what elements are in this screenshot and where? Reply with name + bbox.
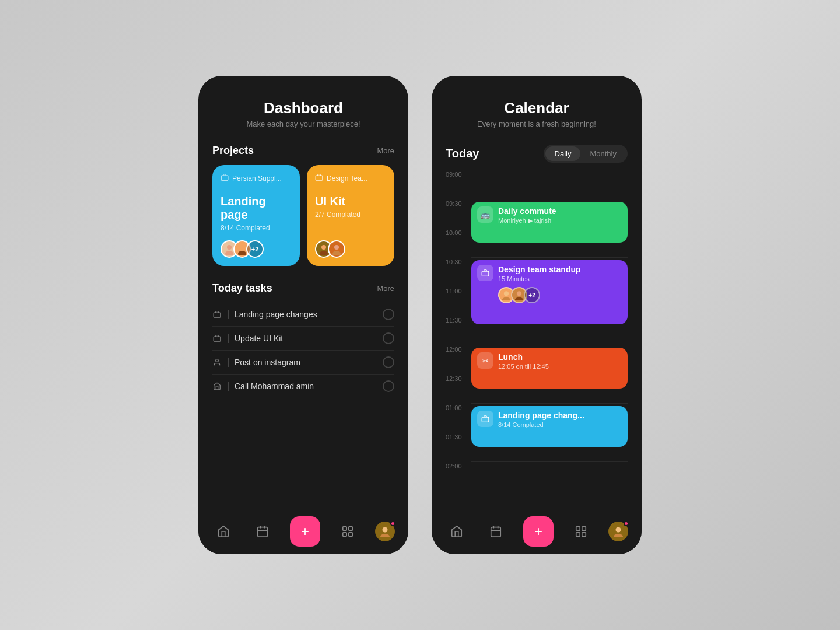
cal-nav-profile-notification-dot [624,521,629,526]
svg-point-27 [515,298,523,300]
commute-subtitle: Moniriyeh ▶ tajrish [498,217,622,225]
svg-rect-11 [214,337,220,341]
lunch-details: Lunch 12:05 on till 12:45 [498,352,622,370]
lunch-icon: ✂ [477,352,494,369]
cal-nav-add-button[interactable]: + [523,516,554,547]
calendar-title: Calendar [446,99,628,117]
nav-profile-notification-dot [390,521,396,526]
time-1200: 12:00 [446,345,469,374]
cal-nav-home-icon[interactable] [445,520,468,543]
svg-rect-36 [582,532,586,536]
time-0900: 09:00 [446,170,469,199]
avatar-count-1: +2 [246,240,264,258]
nav-grid-icon[interactable] [336,520,359,543]
project-card-landing[interactable]: Persian Suppl... Landing page 8/14 Compl… [212,165,300,266]
svg-rect-17 [343,526,346,530]
landing-subtitle: 8/14 Complated [498,421,622,428]
task-item-4[interactable]: Call Mohammad amin [212,374,394,398]
tasks-header: Today tasks More [212,282,394,295]
event-standup[interactable]: Design team standup 15 Minutes +2 [471,260,628,324]
cal-nav-grid-icon[interactable] [569,520,593,543]
daily-toggle-button[interactable]: Daily [545,146,581,161]
calendar-grid: 09:00 09:30 10:00 10:30 11:00 11:30 12:0… [446,170,628,491]
svg-rect-34 [582,526,586,530]
svg-rect-35 [576,532,580,536]
time-0130: 01:30 [446,432,469,461]
monthly-toggle-button[interactable]: Monthly [580,146,626,161]
standup-icon [477,265,494,281]
task-item-2[interactable]: Update UI Kit [212,327,394,351]
svg-rect-10 [214,313,220,317]
svg-rect-29 [491,527,501,537]
home-icon-task-4 [212,382,222,391]
nav-profile-wrapper[interactable] [375,522,395,541]
task-check-4[interactable] [383,380,394,392]
events-area: 🚌 Daily commute Moniriyeh ▶ tajrish Desi… [469,170,628,491]
calendar-phone: Calendar Every moment is a fresh beginni… [432,76,642,554]
svg-point-4 [238,251,246,255]
projects-row: Persian Suppl... Landing page 8/14 Compl… [212,165,394,266]
projects-header: Projects More [212,145,394,157]
dashboard-phone: Dashboard Make each day your masterpiece… [198,76,408,554]
task-divider-4 [228,382,229,391]
svg-rect-0 [221,176,228,180]
task-check-3[interactable] [383,356,394,368]
task-text-1: Landing page changes [235,310,377,319]
tasks-list: Landing page changes Update UI Kit Post … [212,303,394,398]
card-progress-2: 2/7 Complated [315,211,386,219]
task-check-2[interactable] [383,332,394,344]
svg-rect-18 [349,526,352,530]
event-daily-commute[interactable]: 🚌 Daily commute Moniriyeh ▶ tajrish [471,202,628,243]
project-card-uikit[interactable]: Design Tea... UI Kit 2/7 Complated [307,165,394,266]
task-check-1[interactable] [383,309,394,320]
standup-avatar-count: +2 [524,287,540,303]
nav-home-icon[interactable] [212,520,235,543]
event-landing[interactable]: Landing page chang... 8/14 Complated [471,406,628,447]
time-1030: 10:30 [446,257,469,286]
task-text-3: Post on instagram [235,358,377,367]
task-item-1[interactable]: Landing page changes [212,303,394,327]
svg-point-26 [517,291,522,296]
bottom-nav-dashboard: + [198,508,408,554]
time-0200: 02:00 [446,461,469,491]
svg-point-7 [320,251,328,255]
cal-nav-profile-wrapper[interactable] [608,522,628,541]
briefcase-icon-task-1 [212,310,222,319]
card-header-1: Persian Suppl... [220,173,292,183]
bottom-nav-calendar: + [432,508,642,554]
cal-nav-calendar-icon[interactable] [484,520,508,543]
svg-point-37 [615,527,621,532]
event-lunch[interactable]: ✂ Lunch 12:05 on till 12:45 [471,348,628,388]
card-task-title-1: Landing page [220,195,292,222]
nav-calendar-icon[interactable] [251,520,274,543]
task-text-4: Call Mohammad amin [235,382,377,391]
projects-more-link[interactable]: More [377,146,394,155]
time-1000: 10:00 [446,228,469,257]
nav-add-button[interactable]: + [290,516,320,547]
landing-icon [477,411,494,427]
time-0930: 09:30 [446,199,469,228]
svg-point-38 [614,534,623,537]
card-avatars-2 [315,240,386,258]
view-toggle: Daily Monthly [544,145,628,163]
standup-avatars: +2 [498,287,622,303]
card-project-name-2: Design Tea... [327,174,368,183]
calendar-today-header: Today Daily Monthly [446,145,628,163]
card-avatars-1: +2 [220,240,292,258]
time-1130: 11:30 [446,316,469,345]
briefcase-icon-2 [315,173,323,183]
briefcase-icon-task-2 [212,334,222,343]
svg-point-25 [502,298,510,300]
card-header-2: Design Tea... [315,173,386,183]
svg-rect-5 [316,176,323,180]
card-project-name-1: Persian Suppl... [232,174,282,183]
today-label: Today [446,147,479,160]
task-item-3[interactable]: Post on instagram [212,351,394,374]
svg-point-9 [332,251,341,255]
commute-icon: 🚌 [477,206,494,223]
card-task-title-2: UI Kit [315,195,386,208]
svg-point-24 [504,291,509,296]
time-labels: 09:00 09:30 10:00 10:30 11:00 11:30 12:0… [446,170,469,491]
tasks-section-title: Today tasks [212,282,272,295]
tasks-more-link[interactable]: More [377,284,394,293]
